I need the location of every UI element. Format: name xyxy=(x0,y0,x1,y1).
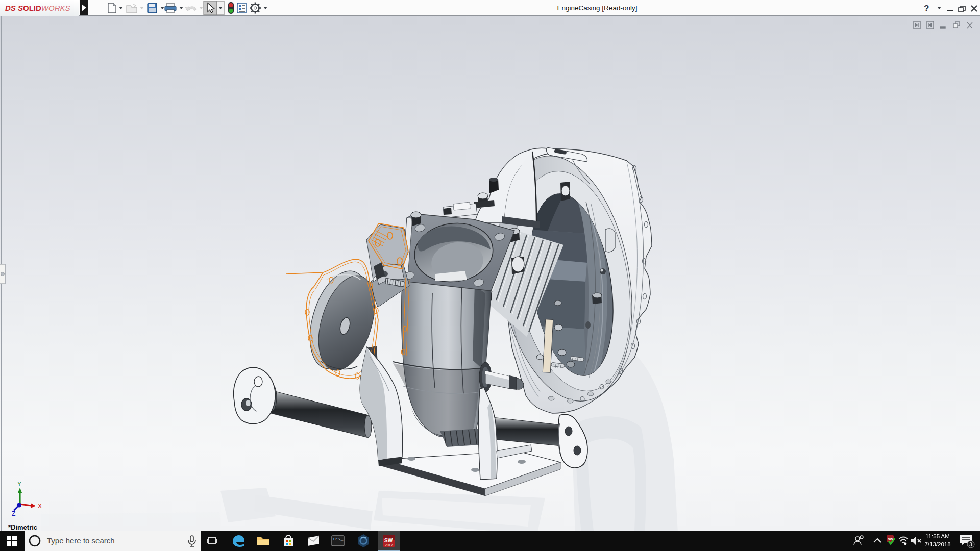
svg-text:2017: 2017 xyxy=(385,543,393,547)
svg-text:C:\_: C:\_ xyxy=(333,537,343,541)
svg-text:Y: Y xyxy=(17,481,21,488)
svg-text:11:55 AM: 11:55 AM xyxy=(925,533,950,539)
svg-text:7/13/2018: 7/13/2018 xyxy=(924,541,950,547)
svg-text:Z: Z xyxy=(12,510,15,517)
svg-text:?: ? xyxy=(924,4,929,13)
svg-text:SW: SW xyxy=(384,538,393,543)
svg-text:3: 3 xyxy=(969,542,972,547)
svg-text:X: X xyxy=(38,503,42,510)
